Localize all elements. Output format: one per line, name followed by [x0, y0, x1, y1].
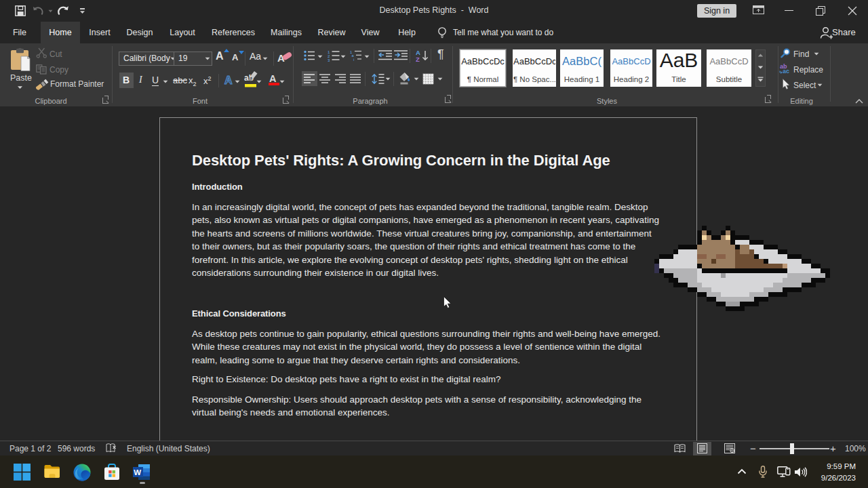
- svg-text:ac: ac: [783, 68, 789, 74]
- svg-text:3: 3: [328, 58, 330, 62]
- svg-text:W: W: [134, 468, 141, 476]
- svg-text:i: i: [353, 58, 354, 62]
- svg-text:Z: Z: [416, 56, 420, 62]
- svg-text:A: A: [224, 75, 233, 86]
